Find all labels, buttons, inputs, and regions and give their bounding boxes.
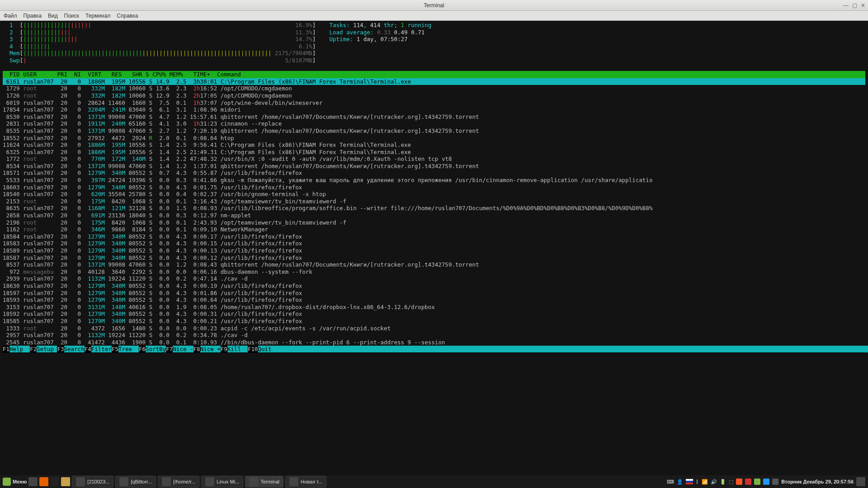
tray-app-icon[interactable] bbox=[736, 479, 742, 485]
taskbar-app-button[interactable]: Новая т... bbox=[285, 476, 326, 488]
process-row[interactable]: 18583 ruslan707 20 0 1279M 340M 80552 S … bbox=[3, 240, 865, 247]
firefox-launcher-icon[interactable] bbox=[39, 477, 48, 486]
keyboard-icon[interactable]: ⌨ bbox=[667, 479, 674, 485]
minimize-icon[interactable]: — bbox=[843, 2, 849, 9]
mint-menu-icon[interactable] bbox=[3, 478, 11, 486]
process-row[interactable]: 2858 ruslan707 20 0 691M 23136 18040 S 0… bbox=[3, 212, 865, 219]
process-row[interactable]: 18552 ruslan707 20 0 27932 4472 2924 R 2… bbox=[3, 135, 865, 142]
menu-view[interactable]: Вид bbox=[48, 13, 58, 19]
app-label: Linux Mi... bbox=[217, 479, 239, 484]
process-row[interactable]: 6019 ruslan707 20 0 28624 11460 1660 S 7… bbox=[3, 99, 865, 107]
terminal-output[interactable]: 1 [|||||||||||||||||||| 16.9%] Tasks: 11… bbox=[0, 21, 868, 475]
process-row[interactable]: 1333 root 20 0 4372 1656 1480 S 0.0 0.0 … bbox=[3, 325, 865, 332]
fkey-bar[interactable]: F1Help F2Setup F3SearchF4FilterF5Tree F6… bbox=[3, 346, 865, 353]
app-label: [/home/r... bbox=[173, 479, 195, 484]
system-tray: ⌨ 👤 ᛒ 📶 🔊 🔋 ⬚ Вторник Декабрь 29, 20:57:… bbox=[667, 477, 865, 486]
taskbar-app-button[interactable]: Terminal bbox=[245, 476, 283, 488]
process-row[interactable]: 11624 ruslan707 20 0 1886M 195M 10556 S … bbox=[3, 141, 865, 149]
files-launcher-icon[interactable] bbox=[61, 477, 70, 486]
window-titlebar[interactable]: Terminal — ▢ ✕ bbox=[0, 0, 868, 11]
shield-tray-icon[interactable] bbox=[754, 479, 760, 485]
process-row[interactable]: 8530 ruslan707 20 0 1371M 99008 47060 S … bbox=[3, 113, 865, 121]
taskbar: Меню [210023...[qBittorr...[/home/r...Li… bbox=[0, 475, 868, 488]
terminal-launcher-icon[interactable] bbox=[50, 477, 59, 486]
maximize-icon[interactable]: ▢ bbox=[852, 2, 857, 9]
app-icon bbox=[76, 477, 85, 486]
menubar: Файл Правка Вид Поиск Терминал Справка bbox=[0, 11, 868, 21]
process-row[interactable]: 6325 ruslan707 20 0 1886M 195M 10556 S 1… bbox=[3, 149, 865, 156]
menu-search[interactable]: Поиск bbox=[64, 13, 79, 19]
menu-file[interactable]: Файл bbox=[4, 13, 17, 19]
process-row[interactable]: 3153 ruslan707 20 0 3131M 148M 40616 S 0… bbox=[3, 304, 865, 311]
taskbar-app-button[interactable]: [qBittorr... bbox=[115, 476, 156, 488]
process-row[interactable]: 1726 root 20 0 332M 182M 10060 S 12.9 2.… bbox=[3, 92, 865, 99]
process-row[interactable]: 18589 ruslan707 20 0 1279M 340M 80552 S … bbox=[3, 247, 865, 254]
process-row[interactable]: 18597 ruslan707 20 0 1279M 340M 80552 S … bbox=[3, 290, 865, 297]
menu-terminal[interactable]: Терминал bbox=[85, 13, 110, 19]
app-icon bbox=[119, 477, 128, 486]
app-icon bbox=[249, 477, 258, 486]
menu-button[interactable]: Меню bbox=[13, 479, 27, 484]
menu-help[interactable]: Справка bbox=[117, 13, 138, 19]
network-icon[interactable]: 📶 bbox=[702, 479, 708, 485]
taskbar-app-button[interactable]: [/home/r... bbox=[158, 476, 199, 488]
app-icon bbox=[162, 477, 171, 486]
dropbox-icon[interactable]: ⬚ bbox=[729, 479, 733, 485]
process-row[interactable]: 18630 ruslan707 20 0 1279M 340M 80552 S … bbox=[3, 282, 865, 290]
process-row[interactable]: 18593 ruslan707 20 0 1279M 340M 80552 S … bbox=[3, 296, 865, 304]
process-row[interactable]: 5533 ruslan707 20 0 397M 24724 19396 S 0… bbox=[3, 177, 865, 184]
process-row[interactable]: 18585 ruslan707 20 0 1279M 340M 80552 S … bbox=[3, 318, 865, 325]
app-label: [210023... bbox=[87, 479, 109, 484]
process-row[interactable]: 2957 ruslan707 20 0 1132M 19224 11220 S … bbox=[3, 332, 865, 339]
comodo-tray-icon[interactable] bbox=[745, 479, 751, 485]
taskbar-app-button[interactable]: [210023... bbox=[72, 476, 113, 488]
process-row[interactable]: 1772 root 20 0 770M 172M 140M S 1.4 2.2 … bbox=[3, 155, 865, 163]
process-row[interactable]: 8537 ruslan707 20 0 1371M 99008 47060 S … bbox=[3, 261, 865, 268]
process-row[interactable]: 1162 root 20 0 346M 9860 8184 S 0.0 0.1 … bbox=[3, 226, 865, 233]
process-row[interactable]: 18592 ruslan707 20 0 1279M 340M 80552 S … bbox=[3, 310, 865, 318]
process-row[interactable]: 8635 ruslan707 20 0 1168M 121M 32128 S 0… bbox=[3, 205, 865, 212]
tray-end-icon[interactable] bbox=[856, 477, 865, 486]
app-label: Terminal bbox=[260, 479, 279, 484]
process-row[interactable]: 1729 root 20 0 332M 182M 10060 S 13.6 2.… bbox=[3, 85, 865, 92]
process-row[interactable]: 2196 root 20 0 175M 8420 1068 S 0.0 0.1 … bbox=[3, 219, 865, 226]
show-desktop-icon[interactable] bbox=[28, 477, 38, 486]
process-row[interactable]: 2153 root 20 0 175M 8420 1068 S 0.0 0.1 … bbox=[3, 198, 865, 205]
app-label: [qBittorr... bbox=[131, 479, 152, 484]
tray-misc-icon[interactable] bbox=[772, 479, 778, 485]
process-row[interactable]: 18584 ruslan707 20 0 1279M 340M 80552 S … bbox=[3, 233, 865, 240]
process-row[interactable]: 18587 ruslan707 20 0 1279M 340M 80552 S … bbox=[3, 254, 865, 262]
process-row[interactable]: 18603 ruslan707 20 0 1279M 340M 80552 S … bbox=[3, 184, 865, 191]
process-row[interactable]: 18540 ruslan707 20 0 620M 35504 25780 S … bbox=[3, 191, 865, 198]
window-title: Terminal bbox=[424, 2, 444, 9]
menu-edit[interactable]: Правка bbox=[24, 13, 42, 19]
user-icon[interactable]: 👤 bbox=[677, 479, 683, 485]
app-label: Новая т... bbox=[301, 479, 322, 484]
process-row[interactable]: 2939 ruslan707 20 0 1132M 19224 11220 S … bbox=[3, 275, 865, 282]
process-row[interactable]: 972 messagebu 20 0 40128 3640 2292 S 0.0… bbox=[3, 268, 865, 276]
process-row[interactable]: 2545 ruslan707 20 0 41472 4436 1900 S 0.… bbox=[3, 339, 865, 346]
clock[interactable]: Вторник Декабрь 29, 20:57:56 bbox=[781, 479, 854, 484]
bluetooth-icon[interactable]: ᛒ bbox=[696, 479, 699, 484]
taskbar-app-button[interactable]: Linux Mi... bbox=[201, 476, 243, 488]
process-row[interactable]: 8534 ruslan707 20 0 1371M 99008 47060 S … bbox=[3, 163, 865, 170]
app-icon bbox=[289, 477, 298, 486]
qbittorrent-tray-icon[interactable] bbox=[763, 479, 769, 485]
process-row[interactable]: 17854 ruslan707 20 0 3204M 241M 83040 S … bbox=[3, 106, 865, 113]
process-row[interactable]: 6161 ruslan707 20 0 1886M 195M 10556 S 1… bbox=[3, 78, 865, 85]
process-row[interactable]: 2831 ruslan707 20 0 1911M 240M 65160 S 4… bbox=[3, 120, 865, 127]
keyboard-layout-ru-icon[interactable] bbox=[686, 479, 693, 484]
volume-icon[interactable]: 🔊 bbox=[711, 479, 717, 485]
process-row[interactable]: 8535 ruslan707 20 0 1371M 99008 47060 S … bbox=[3, 127, 865, 135]
app-icon bbox=[205, 477, 214, 486]
battery-icon[interactable]: 🔋 bbox=[720, 479, 726, 485]
process-row[interactable]: 18571 ruslan707 20 0 1279M 340M 80552 S … bbox=[3, 169, 865, 177]
close-icon[interactable]: ✕ bbox=[861, 2, 865, 9]
